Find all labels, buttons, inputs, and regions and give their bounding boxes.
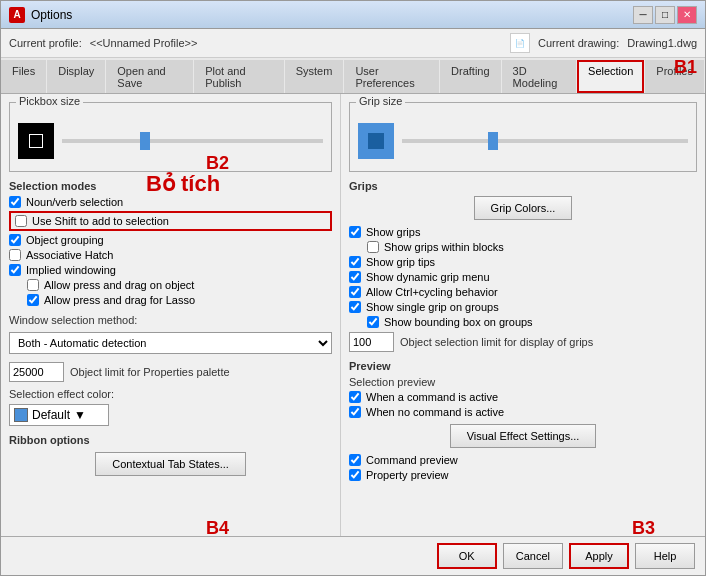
show-grips-blocks-checkbox[interactable] [367,241,379,253]
grip-inner [368,133,384,149]
tab-3d-modeling[interactable]: 3D Modeling [502,60,576,93]
associative-hatch-label: Associative Hatch [26,249,113,261]
grip-size-label: Grip size [356,95,405,107]
object-limit-input[interactable] [9,362,64,382]
pickbox-inner [29,134,43,148]
show-dynamic-menu-checkbox[interactable] [349,271,361,283]
tabs-bar: Files Display Open and Save Plot and Pub… [1,58,705,94]
implied-windowing-checkbox[interactable] [9,264,21,276]
allow-press-lasso-label: Allow press and drag for Lasso [44,294,195,306]
tab-open-save[interactable]: Open and Save [106,60,193,93]
grips-section: Grips Grip Colors... Show grips Show gri… [349,180,697,352]
allow-ctrl-cycling-label: Allow Ctrl+cycling behavior [366,286,498,298]
drawing-icon: 📄 [510,33,530,53]
grip-slider-thumb[interactable] [488,132,498,150]
noun-verb-label: Noun/verb selection [26,196,123,208]
grip-colors-btn-row: Grip Colors... [349,196,697,220]
show-grips-blocks-label: Show grips within blocks [384,241,504,253]
noun-verb-checkbox[interactable] [9,196,21,208]
show-bounding-box-checkbox[interactable] [367,316,379,328]
tab-plot-publish[interactable]: Plot and Publish [194,60,284,93]
object-grouping-label: Object grouping [26,234,104,246]
show-grips-row: Show grips [349,226,697,238]
tab-drafting[interactable]: Drafting [440,60,501,93]
grip-colors-button[interactable]: Grip Colors... [474,196,573,220]
show-single-grip-checkbox[interactable] [349,301,361,313]
close-button[interactable]: ✕ [677,6,697,24]
pickbox-slider-thumb[interactable] [140,132,150,150]
right-panel: Grip size Grips Grip Colors... [341,94,705,536]
apply-button[interactable]: Apply [569,543,629,569]
current-drawing-label: Current drawing: [538,37,619,49]
command-preview-checkbox[interactable] [349,454,361,466]
contextual-tab-button[interactable]: Contextual Tab States... [95,452,246,476]
object-selection-limit-input[interactable] [349,332,394,352]
tab-profiles[interactable]: Profiles [645,60,704,93]
minimize-button[interactable]: ─ [633,6,653,24]
show-dynamic-menu-label: Show dynamic grip menu [366,271,490,283]
tab-system[interactable]: System [285,60,344,93]
when-command-active-checkbox[interactable] [349,391,361,403]
cancel-button[interactable]: Cancel [503,543,563,569]
allow-ctrl-cycling-checkbox[interactable] [349,286,361,298]
window-title: Options [31,8,633,22]
visual-effect-btn-container: Visual Effect Settings... [349,424,697,448]
show-bounding-box-label: Show bounding box on groups [384,316,533,328]
color-dropdown[interactable]: Default ▼ [9,404,109,426]
pickbox-row [18,119,323,163]
title-bar: A Options ─ □ ✕ [1,1,705,29]
color-swatch [14,408,28,422]
object-grouping-checkbox[interactable] [9,234,21,246]
object-limit-label: Object limit for Properties palette [70,366,230,378]
when-no-command-checkbox[interactable] [349,406,361,418]
color-dropdown-arrow: ▼ [74,408,86,422]
ribbon-options-section: Ribbon options Contextual Tab States... [9,434,332,476]
show-grip-tips-checkbox[interactable] [349,256,361,268]
implied-windowing-row: Implied windowing [9,264,332,276]
object-limit-row: Object limit for Properties palette [9,362,332,382]
maximize-button[interactable]: □ [655,6,675,24]
window-selection-dropdown[interactable]: Both - Automatic detection [9,332,332,354]
current-drawing-value: Drawing1.dwg [627,37,697,49]
when-no-command-row: When no command is active [349,406,697,418]
window-selection-label: Window selection method: [9,314,332,326]
use-shift-checkbox[interactable] [15,215,27,227]
ok-button[interactable]: OK [437,543,497,569]
help-button[interactable]: Help [635,543,695,569]
contextual-tab-button-container: Contextual Tab States... [9,452,332,476]
allow-press-drag-checkbox[interactable] [27,279,39,291]
command-preview-row: Command preview [349,454,697,466]
selection-effect-label: Selection effect color: [9,388,332,400]
use-shift-label: Use Shift to add to selection [32,215,169,227]
options-window: A Options ─ □ ✕ Current profile: <<Unnam… [0,0,706,576]
tab-user-prefs[interactable]: User Preferences [344,60,439,93]
left-panel: Pickbox size Selection modes [1,94,341,536]
grip-row [358,119,688,163]
when-no-command-label: When no command is active [366,406,504,418]
allow-press-drag-row: Allow press and drag on object [9,279,332,291]
allow-press-lasso-checkbox[interactable] [27,294,39,306]
current-profile-value: <<Unnamed Profile>> [90,37,198,49]
property-preview-checkbox[interactable] [349,469,361,481]
tab-files[interactable]: Files [1,60,46,93]
preview-label: Preview [349,360,697,372]
footer: OK Cancel Apply Help [1,536,705,575]
color-row: Default ▼ [9,404,332,426]
grips-label: Grips [349,180,697,192]
title-bar-buttons: ─ □ ✕ [633,6,697,24]
associative-hatch-row: Associative Hatch [9,249,332,261]
object-selection-limit-label: Object selection limit for display of gr… [400,336,593,348]
command-preview-label: Command preview [366,454,458,466]
noun-verb-row: Noun/verb selection [9,196,332,208]
show-grips-checkbox[interactable] [349,226,361,238]
pickbox-size-label: Pickbox size [16,95,83,107]
app-icon: A [9,7,25,23]
tab-selection[interactable]: Selection [577,60,644,93]
pickbox-slider-container [62,139,323,143]
visual-effect-button[interactable]: Visual Effect Settings... [450,424,597,448]
associative-hatch-checkbox[interactable] [9,249,21,261]
profile-bar: Current profile: <<Unnamed Profile>> 📄 C… [1,29,705,58]
grip-demo [358,123,394,159]
grip-slider-track [402,139,688,143]
tab-display[interactable]: Display [47,60,105,93]
